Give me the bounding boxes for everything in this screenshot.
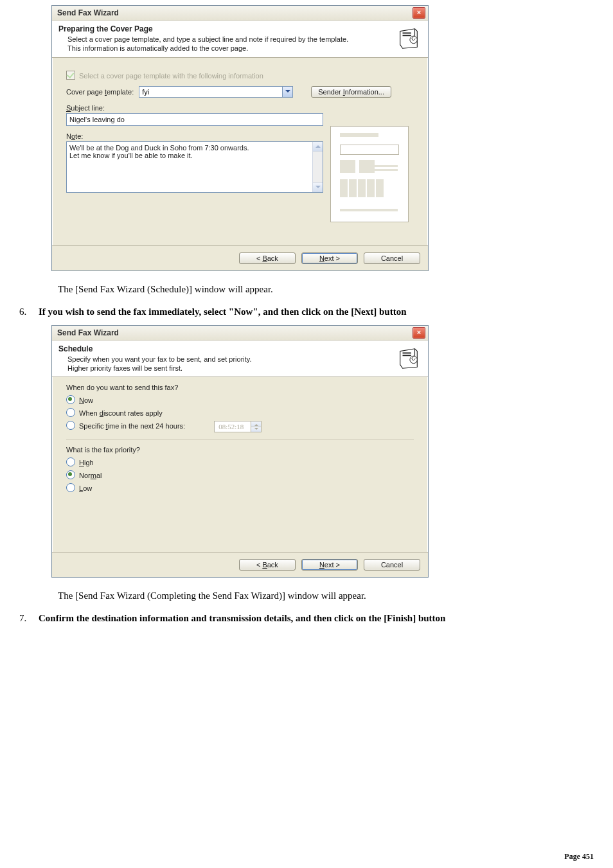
wizard-body: Select a cover page template with the fo… — [52, 58, 428, 245]
chevron-down-icon[interactable] — [282, 87, 292, 97]
time-spinner — [251, 421, 262, 432]
subject-line-input[interactable]: Nigel's leaving do — [66, 113, 323, 126]
back-button[interactable]: < Back — [239, 252, 296, 264]
cancel-button[interactable]: Cancel — [364, 559, 420, 571]
priority-question: What is the fax priority? — [66, 446, 414, 454]
checkbox-icon — [66, 71, 75, 80]
wizard-schedule: Send Fax Wizard × Schedule Specify when … — [51, 325, 429, 578]
wizard-cover-page: Send Fax Wizard × Preparing the Cover Pa… — [51, 5, 429, 271]
subject-line-label: Subject line: — [66, 104, 105, 112]
titlebar: Send Fax Wizard × — [52, 326, 428, 341]
cancel-button[interactable]: Cancel — [364, 252, 420, 264]
next-button[interactable]: Next > — [301, 559, 358, 571]
sender-information-button[interactable]: Sender Information... — [311, 86, 391, 98]
note-label: Note: — [66, 132, 83, 140]
radio-icon — [66, 421, 75, 430]
option-low[interactable]: Low — [66, 483, 414, 492]
spin-down-icon — [251, 427, 261, 432]
wizard-buttons: < Back Next > Cancel — [52, 245, 428, 270]
option-high[interactable]: High — [66, 457, 414, 466]
header-subtitle: Select a cover page template, and type a… — [67, 35, 396, 53]
body-text: The [Send Fax Wizard (Completing the Sen… — [58, 590, 594, 601]
close-icon[interactable]: × — [413, 327, 425, 339]
select-template-checkbox[interactable]: Select a cover page template with the fo… — [66, 71, 414, 80]
header-title: Schedule — [58, 344, 396, 353]
radio-icon — [66, 457, 75, 466]
separator — [66, 439, 414, 439]
header-title: Preparing the Cover Page — [58, 24, 396, 33]
radio-icon — [66, 408, 75, 417]
fax-icon — [396, 26, 422, 51]
titlebar: Send Fax Wizard × — [52, 6, 428, 21]
wizard-header: Preparing the Cover Page Select a cover … — [52, 21, 428, 58]
cover-page-preview — [330, 126, 409, 222]
cover-page-template-value[interactable] — [139, 86, 293, 98]
svg-rect-3 — [403, 355, 411, 356]
wizard-body: When do you want to send this fax? Now W… — [52, 377, 428, 552]
scroll-down-icon[interactable] — [313, 182, 323, 192]
option-specific-time[interactable]: Specific time in the next 24 hours: — [66, 421, 414, 432]
radio-selected-icon — [66, 395, 75, 404]
window-title: Send Fax Wizard — [57, 8, 413, 17]
radio-selected-icon — [66, 470, 75, 479]
scroll-up-icon[interactable] — [313, 142, 323, 152]
next-button[interactable]: Next > — [301, 252, 358, 264]
back-button[interactable]: < Back — [239, 559, 296, 571]
svg-rect-2 — [403, 352, 411, 353]
fax-icon — [396, 346, 422, 371]
option-now[interactable]: Now — [66, 395, 414, 404]
option-normal[interactable]: Normal — [66, 470, 414, 479]
wizard-buttons: < Back Next > Cancel — [52, 552, 428, 577]
header-subtitle: Specify when you want your fax to be sen… — [67, 355, 396, 373]
svg-rect-1 — [403, 35, 411, 36]
when-question: When do you want to send this fax? — [66, 384, 414, 391]
cover-page-template-combo[interactable] — [139, 86, 293, 98]
cover-page-template-label: Cover page template: — [66, 88, 134, 96]
body-text: The [Send Fax Wizard (Schedule)] window … — [58, 284, 594, 295]
step-7: 7. Confirm the destination information a… — [19, 613, 594, 624]
option-discount[interactable]: When discount rates apply — [66, 408, 414, 417]
wizard-header: Schedule Specify when you want your fax … — [52, 341, 428, 378]
svg-rect-0 — [403, 33, 411, 34]
close-icon[interactable]: × — [413, 7, 425, 19]
step-6: 6. If you wish to send the fax immediate… — [19, 306, 594, 317]
scrollbar[interactable] — [312, 142, 323, 192]
radio-icon — [66, 483, 75, 492]
spin-up-icon — [251, 421, 261, 427]
window-title: Send Fax Wizard — [57, 328, 413, 337]
specific-time-input — [214, 421, 251, 432]
note-input[interactable]: We'll be at the Dog and Duck in Soho fro… — [66, 141, 323, 193]
page-number: Page 451 — [564, 852, 594, 862]
